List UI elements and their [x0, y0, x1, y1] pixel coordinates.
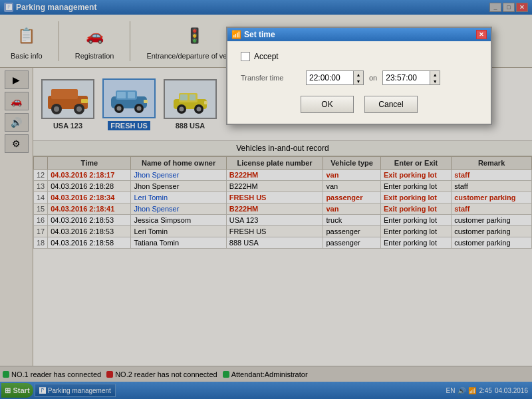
cancel-button[interactable]: Cancel	[364, 96, 418, 113]
on-label: on	[369, 74, 377, 82]
accept-label: Accept	[254, 52, 279, 61]
on-time-up[interactable]: ▲	[430, 71, 440, 78]
transfer-time-input[interactable]	[307, 72, 353, 84]
modal-title: Set time	[244, 30, 275, 39]
modal-title-bar: 📶 Set time ✕	[227, 28, 491, 41]
time-row: Transfer time ▲ ▼ on ▲ ▼	[241, 70, 477, 85]
on-time-input[interactable]	[383, 72, 430, 84]
transfer-time-input-wrap: ▲ ▼	[306, 70, 364, 85]
modal-buttons: OK Cancel	[241, 96, 477, 113]
ok-button[interactable]: OK	[301, 96, 354, 113]
transfer-time-label: Transfer time	[241, 74, 301, 82]
modal-overlay: 📶 Set time ✕ Accept Transfer time ▲ ▼ o	[0, 0, 532, 399]
set-time-modal: 📶 Set time ✕ Accept Transfer time ▲ ▼ o	[226, 27, 492, 125]
modal-close-button[interactable]: ✕	[476, 30, 487, 39]
transfer-time-up[interactable]: ▲	[354, 71, 363, 78]
on-time-spin: ▲ ▼	[430, 71, 440, 84]
transfer-time-spin: ▲ ▼	[353, 71, 363, 84]
modal-body: Accept Transfer time ▲ ▼ on ▲ ▼	[227, 41, 491, 124]
accept-checkbox[interactable]	[241, 52, 250, 61]
accept-row: Accept	[241, 52, 477, 61]
on-time-down[interactable]: ▼	[430, 78, 440, 84]
transfer-time-down[interactable]: ▼	[354, 78, 363, 84]
on-time-input-wrap: ▲ ▼	[382, 70, 440, 85]
modal-title-icon: 📶	[231, 30, 241, 39]
